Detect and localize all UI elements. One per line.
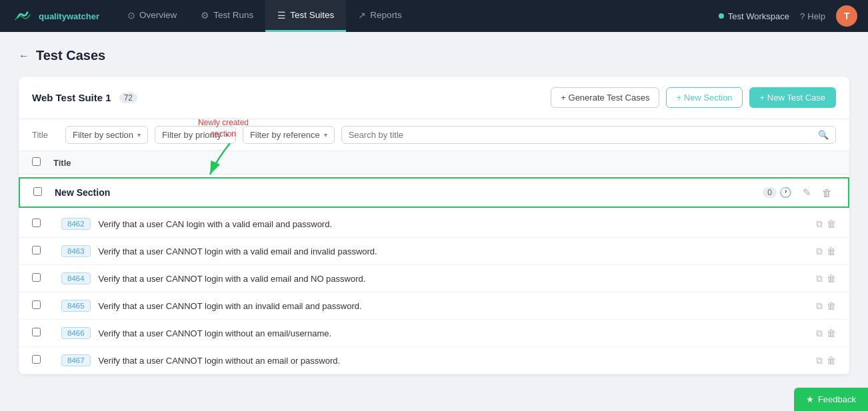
help-label: Help	[807, 11, 825, 21]
search-box: 🔍	[341, 126, 836, 144]
suite-title: Web Test Suite 1	[32, 92, 111, 103]
test-row-actions: ⧉ 🗑	[816, 328, 836, 339]
generate-test-cases-button[interactable]: + Generate Test Cases	[551, 87, 659, 108]
test-row: 8467 Verify that a user CANNOT login wit…	[19, 347, 849, 374]
reports-icon: ↗	[358, 10, 366, 21]
test-id-badge: 8466	[61, 327, 91, 339]
filter-reference-label: Filter by reference	[250, 130, 320, 140]
filter-priority-label: Filter by priority	[162, 130, 221, 140]
test-row-actions: ⧉ 🗑	[816, 246, 836, 257]
copy-icon[interactable]: ⧉	[816, 328, 823, 339]
logo[interactable]: qualitywatcher	[11, 4, 99, 28]
test-row-checkbox[interactable]	[32, 300, 41, 309]
filter-section-select[interactable]: Filter by section ▾	[65, 126, 148, 144]
back-button[interactable]: ←	[19, 50, 29, 62]
logo-text: qualitywatcher	[39, 11, 99, 21]
filter-section-chevron: ▾	[137, 131, 141, 139]
copy-icon[interactable]: ⧉	[816, 300, 823, 312]
workspace-name: Test Workspace	[728, 11, 789, 21]
new-section-button[interactable]: + New Section	[666, 87, 742, 108]
copy-icon[interactable]: ⧉	[816, 355, 823, 366]
filter-section-label: Filter by section	[73, 130, 133, 140]
suite-actions: + Generate Test Cases + New Section + Ne…	[551, 87, 836, 108]
nav-label-test-runs: Test Runs	[213, 10, 253, 20]
navbar: qualitywatcher ⊙ Overview ⚙ Test Runs ☰ …	[0, 0, 868, 32]
filter-priority-chevron: ▾	[225, 131, 229, 139]
page-title: Test Cases	[36, 48, 105, 63]
delete-icon[interactable]: 🗑	[827, 218, 836, 229]
workspace-dot	[719, 13, 724, 19]
filter-title-label: Title	[32, 130, 59, 140]
new-section-row: New Section 0 🕐 ✎ 🗑	[19, 177, 849, 208]
section-edit-icon[interactable]: ✎	[800, 185, 814, 200]
test-title-text: Verify that a user CANNOT login with an …	[99, 301, 816, 311]
search-icon: 🔍	[818, 130, 829, 140]
delete-icon[interactable]: 🗑	[827, 246, 836, 256]
filter-reference-select[interactable]: Filter by reference ▾	[243, 126, 335, 144]
nav-item-overview[interactable]: ⊙ Overview	[115, 0, 189, 32]
test-row: 8464 Verify that a user CANNOT login wit…	[19, 265, 849, 292]
svg-point-0	[12, 5, 33, 27]
test-row-actions: ⧉ 🗑	[816, 355, 836, 366]
feedback-star-icon: ★	[806, 394, 814, 404]
delete-icon[interactable]: 🗑	[827, 273, 836, 284]
test-row-actions: ⧉ 🗑	[816, 300, 836, 312]
nav-item-test-runs[interactable]: ⚙ Test Runs	[189, 0, 265, 32]
test-title-text: Verify that a user CANNOT login with a v…	[99, 274, 816, 284]
test-runs-icon: ⚙	[201, 10, 209, 21]
new-test-case-button[interactable]: + New Test Case	[749, 87, 836, 108]
test-row-checkbox[interactable]	[32, 328, 41, 336]
test-row-actions: ⧉ 🗑	[816, 273, 836, 284]
test-suites-icon: ☰	[277, 10, 286, 21]
copy-icon[interactable]: ⧉	[816, 246, 823, 257]
test-id-badge: 8462	[61, 218, 91, 230]
test-row: 8465 Verify that a user CANNOT login wit…	[19, 292, 849, 320]
delete-icon[interactable]: 🗑	[827, 300, 836, 311]
nav-label-overview: Overview	[139, 10, 177, 20]
copy-icon[interactable]: ⧉	[816, 273, 823, 284]
workspace-label: Test Workspace	[719, 11, 789, 21]
section-delete-icon[interactable]: 🗑	[819, 186, 835, 200]
nav-items: ⊙ Overview ⚙ Test Runs ☰ Test Suites ↗ R…	[115, 0, 719, 32]
test-row-checkbox[interactable]	[32, 246, 41, 254]
section-clock-icon[interactable]: 🕐	[777, 185, 795, 200]
test-title-text: Verify that a user CANNOT login without …	[99, 356, 816, 366]
search-input[interactable]	[349, 130, 814, 140]
filter-priority-select[interactable]: Filter by priority ▾	[155, 126, 236, 144]
test-id-badge: 8463	[61, 245, 91, 257]
nav-item-test-suites[interactable]: ☰ Test Suites	[265, 0, 346, 32]
filters-row: Title Filter by section ▾ Filter by prio…	[19, 119, 849, 151]
test-row-checkbox[interactable]	[32, 273, 41, 282]
section-count-badge: 0	[763, 187, 777, 198]
delete-icon[interactable]: 🗑	[827, 328, 836, 338]
test-id-badge: 8465	[61, 300, 91, 312]
nav-label-test-suites: Test Suites	[290, 10, 334, 20]
select-all-checkbox[interactable]	[32, 157, 41, 166]
content-card: Web Test Suite 1 72 + Generate Test Case…	[19, 77, 849, 374]
test-id-badge: 8467	[61, 354, 91, 366]
test-row-checkbox[interactable]	[32, 355, 41, 364]
suite-count: 72	[119, 93, 137, 103]
help-button[interactable]: ? Help	[800, 11, 825, 21]
test-cases-list: 8462 Verify that a user CAN login with a…	[19, 210, 849, 374]
test-row: 8462 Verify that a user CAN login with a…	[19, 210, 849, 238]
test-row-actions: ⧉ 🗑	[816, 218, 836, 230]
test-row: 8466 Verify that a user CANNOT login wit…	[19, 320, 849, 347]
feedback-button[interactable]: ★ Feedback	[794, 388, 868, 411]
nav-item-reports[interactable]: ↗ Reports	[346, 0, 413, 32]
delete-icon[interactable]: 🗑	[827, 355, 836, 366]
page-header: ← Test Cases	[19, 48, 849, 63]
feedback-label: Feedback	[818, 394, 856, 404]
section-name-label: New Section	[55, 187, 757, 198]
section-checkbox[interactable]	[33, 187, 42, 196]
test-id-badge: 8464	[61, 272, 91, 284]
test-row: 8463 Verify that a user CANNOT login wit…	[19, 238, 849, 265]
test-title-text: Verify that a user CAN login with a vali…	[99, 219, 816, 229]
suite-header: Web Test Suite 1 72 + Generate Test Case…	[19, 77, 849, 119]
test-title-text: Verify that a user CANNOT login without …	[99, 328, 816, 338]
test-row-checkbox[interactable]	[32, 218, 41, 227]
table-header: Title	[19, 151, 849, 175]
avatar-button[interactable]: T	[836, 5, 857, 27]
title-column-header: Title	[53, 158, 836, 168]
copy-icon[interactable]: ⧉	[816, 218, 823, 230]
